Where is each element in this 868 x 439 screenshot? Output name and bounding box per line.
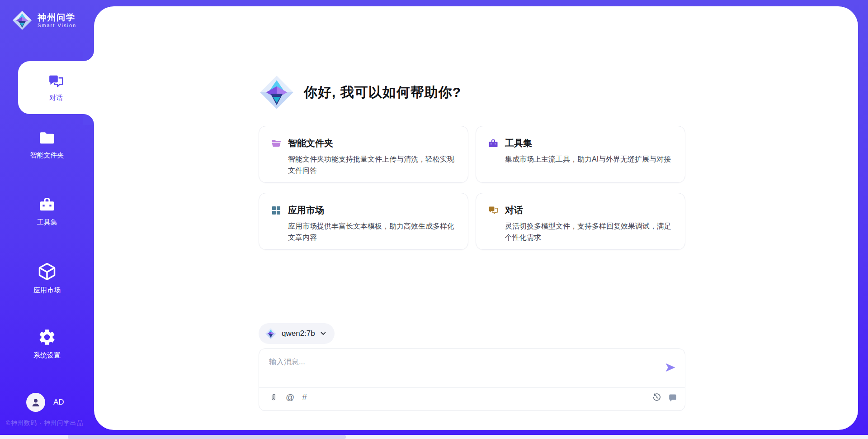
chat-bubble-icon bbox=[668, 392, 678, 402]
sidebar-item-smart-folder[interactable]: 智能文件夹 bbox=[0, 129, 94, 160]
copyright-footer: ©神州数码 · 神州问学出品 bbox=[6, 419, 83, 427]
send-button[interactable] bbox=[664, 361, 678, 374]
gem-logo-icon bbox=[259, 73, 295, 111]
card-title: 对话 bbox=[505, 204, 523, 216]
toolbox-icon bbox=[488, 138, 499, 149]
message-input[interactable] bbox=[259, 349, 685, 387]
card-description: 应用市场提供丰富长文本模板，助力高效生成多样化文章内容 bbox=[288, 221, 456, 243]
person-icon bbox=[30, 397, 41, 408]
cube-icon bbox=[37, 262, 57, 282]
sidebar-item-label: 应用市场 bbox=[33, 286, 61, 295]
card-title: 应用市场 bbox=[288, 204, 324, 216]
chevron-down-icon bbox=[320, 330, 326, 337]
sidebar-item-app-market[interactable]: 应用市场 bbox=[0, 262, 94, 295]
folder-icon bbox=[38, 129, 56, 147]
scrollbar-thumb[interactable] bbox=[68, 435, 346, 439]
gear-icon bbox=[38, 328, 57, 347]
chat-icon bbox=[47, 73, 65, 90]
history-button[interactable] bbox=[651, 392, 661, 402]
card-title: 工具集 bbox=[505, 137, 532, 149]
feature-cards: 智能文件夹 智能文件夹功能支持批量文件上传与清洗，轻松实现文件问答 工具集 集成… bbox=[259, 126, 685, 250]
attach-file-button[interactable] bbox=[269, 392, 278, 402]
paperclip-icon bbox=[269, 392, 278, 402]
gem-logo-icon bbox=[265, 328, 277, 339]
model-name: qwen2:7b bbox=[282, 329, 315, 338]
sidebar-item-label: 智能文件夹 bbox=[30, 151, 64, 160]
hash-icon[interactable]: # bbox=[302, 392, 307, 402]
chat-icon bbox=[488, 205, 499, 216]
sidebar-item-label: 对话 bbox=[49, 94, 63, 102]
user-profile[interactable]: AD bbox=[26, 393, 64, 412]
card-smart-folder[interactable]: 智能文件夹 智能文件夹功能支持批量文件上传与清洗，轻松实现文件问答 bbox=[259, 126, 468, 183]
avatar bbox=[26, 393, 45, 412]
card-description: 智能文件夹功能支持批量文件上传与清洗，轻松实现文件问答 bbox=[288, 154, 456, 177]
brand-subtitle: Smart Vision bbox=[38, 23, 76, 28]
toolbox-icon bbox=[38, 196, 56, 214]
composer-divider bbox=[259, 387, 685, 388]
user-initials: AD bbox=[53, 398, 64, 407]
sidebar-item-chat[interactable]: 对话 bbox=[18, 61, 94, 114]
at-sign-icon[interactable]: @ bbox=[286, 392, 294, 402]
sidebar-item-toolset[interactable]: 工具集 bbox=[0, 196, 94, 227]
history-icon bbox=[651, 392, 661, 402]
card-description: 集成市场上主流工具，助力AI与外界无缝扩展与对接 bbox=[505, 154, 673, 165]
send-icon bbox=[664, 361, 677, 374]
app-logo: 神州问学 Smart Vision bbox=[12, 10, 76, 31]
card-title: 智能文件夹 bbox=[288, 137, 333, 149]
sidebar-item-label: 工具集 bbox=[37, 218, 57, 227]
greeting-title: 你好, 我可以如何帮助你? bbox=[304, 83, 461, 102]
card-toolset[interactable]: 工具集 集成市场上主流工具，助力AI与外界无缝扩展与对接 bbox=[476, 126, 685, 183]
gem-logo-icon bbox=[12, 10, 33, 31]
card-app-market[interactable]: 应用市场 应用市场提供丰富长文本模板，助力高效生成多样化文章内容 bbox=[259, 193, 468, 250]
card-chat[interactable]: 对话 灵活切换多模型文件，支持多样回复效果调试，满足个性化需求 bbox=[476, 193, 685, 250]
message-composer: @ # bbox=[259, 348, 685, 411]
model-selector[interactable]: qwen2:7b bbox=[259, 323, 335, 344]
brand-name: 神州问学 bbox=[38, 13, 76, 23]
card-description: 灵活切换多模型文件，支持多样回复效果调试，满足个性化需求 bbox=[505, 221, 673, 243]
sidebar-item-settings[interactable]: 系统设置 bbox=[0, 328, 94, 360]
greeting-block: 你好, 我可以如何帮助你? bbox=[259, 73, 461, 111]
folder-icon bbox=[271, 138, 282, 149]
horizontal-scrollbar bbox=[0, 435, 868, 439]
conversations-button[interactable] bbox=[668, 392, 678, 402]
grid-icon bbox=[271, 205, 282, 216]
sidebar-item-label: 系统设置 bbox=[33, 351, 61, 360]
